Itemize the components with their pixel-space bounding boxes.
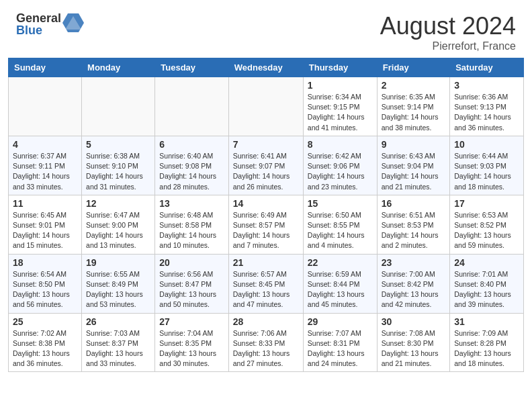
calendar-day-cell: 4Sunrise: 6:37 AM Sunset: 9:11 PM Daylig… — [9, 136, 82, 195]
day-info: Sunrise: 6:59 AM Sunset: 8:44 PM Dayligh… — [308, 269, 373, 310]
location: Pierrefort, France — [380, 40, 516, 52]
calendar-day-cell — [228, 77, 303, 136]
calendar-day-cell: 15Sunrise: 6:50 AM Sunset: 8:55 PM Dayli… — [303, 195, 377, 254]
day-number: 1 — [308, 80, 373, 91]
day-info: Sunrise: 6:54 AM Sunset: 8:50 PM Dayligh… — [13, 269, 77, 310]
day-info: Sunrise: 7:06 AM Sunset: 8:33 PM Dayligh… — [233, 328, 299, 369]
day-number: 13 — [159, 198, 224, 209]
calendar-day-header: Saturday — [450, 58, 524, 77]
calendar-day-cell: 23Sunrise: 7:00 AM Sunset: 8:42 PM Dayli… — [377, 254, 449, 313]
calendar-day-cell: 25Sunrise: 7:02 AM Sunset: 8:38 PM Dayli… — [9, 313, 82, 372]
title-area: August 2024 Pierrefort, France — [380, 12, 516, 52]
day-info: Sunrise: 6:50 AM Sunset: 8:55 PM Dayligh… — [308, 210, 373, 251]
calendar-day-header: Thursday — [303, 58, 377, 77]
day-info: Sunrise: 6:36 AM Sunset: 9:13 PM Dayligh… — [454, 92, 519, 133]
calendar-day-cell: 20Sunrise: 6:56 AM Sunset: 8:47 PM Dayli… — [155, 254, 228, 313]
page-header: General Blue August 2024 Pierrefort, Fra… — [0, 0, 532, 58]
day-info: Sunrise: 6:51 AM Sunset: 8:53 PM Dayligh… — [382, 210, 445, 251]
calendar-day-cell: 9Sunrise: 6:43 AM Sunset: 9:04 PM Daylig… — [377, 136, 449, 195]
logo-blue: Blue — [16, 24, 61, 36]
calendar-day-cell: 16Sunrise: 6:51 AM Sunset: 8:53 PM Dayli… — [377, 195, 449, 254]
day-info: Sunrise: 6:38 AM Sunset: 9:10 PM Dayligh… — [86, 151, 150, 192]
calendar-header-row: SundayMondayTuesdayWednesdayThursdayFrid… — [9, 58, 524, 77]
day-number: 30 — [382, 316, 445, 327]
day-number: 22 — [308, 257, 373, 268]
calendar-day-header: Sunday — [9, 58, 82, 77]
day-info: Sunrise: 6:47 AM Sunset: 9:00 PM Dayligh… — [86, 210, 150, 251]
day-number: 5 — [86, 139, 150, 150]
calendar-day-header: Wednesday — [228, 58, 303, 77]
day-number: 9 — [382, 139, 445, 150]
logo: General Blue — [16, 12, 84, 36]
calendar-day-cell: 10Sunrise: 6:44 AM Sunset: 9:03 PM Dayli… — [450, 136, 524, 195]
calendar-day-cell: 6Sunrise: 6:40 AM Sunset: 9:08 PM Daylig… — [155, 136, 228, 195]
day-info: Sunrise: 6:57 AM Sunset: 8:45 PM Dayligh… — [233, 269, 299, 310]
calendar-day-cell: 29Sunrise: 7:07 AM Sunset: 8:31 PM Dayli… — [303, 313, 377, 372]
day-info: Sunrise: 6:37 AM Sunset: 9:11 PM Dayligh… — [13, 151, 77, 192]
day-number: 16 — [382, 198, 445, 209]
day-number: 29 — [308, 316, 373, 327]
calendar-container: SundayMondayTuesdayWednesdayThursdayFrid… — [0, 58, 532, 380]
day-number: 23 — [382, 257, 445, 268]
calendar-day-cell — [9, 77, 82, 136]
day-info: Sunrise: 6:53 AM Sunset: 8:52 PM Dayligh… — [454, 210, 519, 251]
day-number: 2 — [382, 80, 445, 91]
day-info: Sunrise: 7:09 AM Sunset: 8:28 PM Dayligh… — [454, 328, 519, 369]
calendar-day-cell: 14Sunrise: 6:49 AM Sunset: 8:57 PM Dayli… — [228, 195, 303, 254]
day-number: 10 — [454, 139, 519, 150]
day-number: 12 — [86, 198, 150, 209]
calendar-day-cell: 31Sunrise: 7:09 AM Sunset: 8:28 PM Dayli… — [450, 313, 524, 372]
day-info: Sunrise: 6:34 AM Sunset: 9:15 PM Dayligh… — [308, 92, 373, 133]
calendar-week-row: 11Sunrise: 6:45 AM Sunset: 9:01 PM Dayli… — [9, 195, 524, 254]
calendar-day-cell: 26Sunrise: 7:03 AM Sunset: 8:37 PM Dayli… — [82, 313, 155, 372]
day-info: Sunrise: 7:04 AM Sunset: 8:35 PM Dayligh… — [159, 328, 224, 369]
day-number: 27 — [159, 316, 224, 327]
calendar-week-row: 18Sunrise: 6:54 AM Sunset: 8:50 PM Dayli… — [9, 254, 524, 313]
day-info: Sunrise: 6:44 AM Sunset: 9:03 PM Dayligh… — [454, 151, 519, 192]
day-info: Sunrise: 7:03 AM Sunset: 8:37 PM Dayligh… — [86, 328, 150, 369]
day-info: Sunrise: 7:00 AM Sunset: 8:42 PM Dayligh… — [382, 269, 445, 310]
day-number: 17 — [454, 198, 519, 209]
logo-general: General — [16, 12, 61, 24]
calendar-table: SundayMondayTuesdayWednesdayThursdayFrid… — [8, 58, 524, 372]
calendar-week-row: 4Sunrise: 6:37 AM Sunset: 9:11 PM Daylig… — [9, 136, 524, 195]
calendar-day-cell: 5Sunrise: 6:38 AM Sunset: 9:10 PM Daylig… — [82, 136, 155, 195]
day-info: Sunrise: 6:43 AM Sunset: 9:04 PM Dayligh… — [382, 151, 445, 192]
calendar-day-cell: 27Sunrise: 7:04 AM Sunset: 8:35 PM Dayli… — [155, 313, 228, 372]
day-number: 24 — [454, 257, 519, 268]
calendar-day-cell: 30Sunrise: 7:08 AM Sunset: 8:30 PM Dayli… — [377, 313, 449, 372]
day-number: 31 — [454, 316, 519, 327]
day-number: 4 — [13, 139, 77, 150]
day-number: 26 — [86, 316, 150, 327]
calendar-day-cell: 2Sunrise: 6:35 AM Sunset: 9:14 PM Daylig… — [377, 77, 449, 136]
day-info: Sunrise: 6:49 AM Sunset: 8:57 PM Dayligh… — [233, 210, 299, 251]
day-info: Sunrise: 6:41 AM Sunset: 9:07 PM Dayligh… — [233, 151, 299, 192]
day-number: 3 — [454, 80, 519, 91]
calendar-day-cell: 13Sunrise: 6:48 AM Sunset: 8:58 PM Dayli… — [155, 195, 228, 254]
day-info: Sunrise: 7:08 AM Sunset: 8:30 PM Dayligh… — [382, 328, 445, 369]
calendar-day-cell: 22Sunrise: 6:59 AM Sunset: 8:44 PM Dayli… — [303, 254, 377, 313]
logo-icon — [62, 13, 84, 35]
calendar-day-cell: 19Sunrise: 6:55 AM Sunset: 8:49 PM Dayli… — [82, 254, 155, 313]
month-title: August 2024 — [380, 12, 516, 40]
calendar-week-row: 1Sunrise: 6:34 AM Sunset: 9:15 PM Daylig… — [9, 77, 524, 136]
calendar-day-cell: 8Sunrise: 6:42 AM Sunset: 9:06 PM Daylig… — [303, 136, 377, 195]
day-info: Sunrise: 6:48 AM Sunset: 8:58 PM Dayligh… — [159, 210, 224, 251]
day-info: Sunrise: 6:45 AM Sunset: 9:01 PM Dayligh… — [13, 210, 77, 251]
calendar-week-row: 25Sunrise: 7:02 AM Sunset: 8:38 PM Dayli… — [9, 313, 524, 372]
calendar-day-cell: 17Sunrise: 6:53 AM Sunset: 8:52 PM Dayli… — [450, 195, 524, 254]
calendar-day-header: Friday — [377, 58, 449, 77]
calendar-day-cell: 11Sunrise: 6:45 AM Sunset: 9:01 PM Dayli… — [9, 195, 82, 254]
day-number: 8 — [308, 139, 373, 150]
calendar-day-cell: 24Sunrise: 7:01 AM Sunset: 8:40 PM Dayli… — [450, 254, 524, 313]
day-number: 20 — [159, 257, 224, 268]
day-info: Sunrise: 6:35 AM Sunset: 9:14 PM Dayligh… — [382, 92, 445, 133]
day-number: 7 — [233, 139, 299, 150]
day-info: Sunrise: 6:56 AM Sunset: 8:47 PM Dayligh… — [159, 269, 224, 310]
day-number: 14 — [233, 198, 299, 209]
calendar-day-cell: 21Sunrise: 6:57 AM Sunset: 8:45 PM Dayli… — [228, 254, 303, 313]
calendar-day-cell: 28Sunrise: 7:06 AM Sunset: 8:33 PM Dayli… — [228, 313, 303, 372]
day-info: Sunrise: 6:55 AM Sunset: 8:49 PM Dayligh… — [86, 269, 150, 310]
calendar-day-cell: 7Sunrise: 6:41 AM Sunset: 9:07 PM Daylig… — [228, 136, 303, 195]
calendar-day-cell: 1Sunrise: 6:34 AM Sunset: 9:15 PM Daylig… — [303, 77, 377, 136]
